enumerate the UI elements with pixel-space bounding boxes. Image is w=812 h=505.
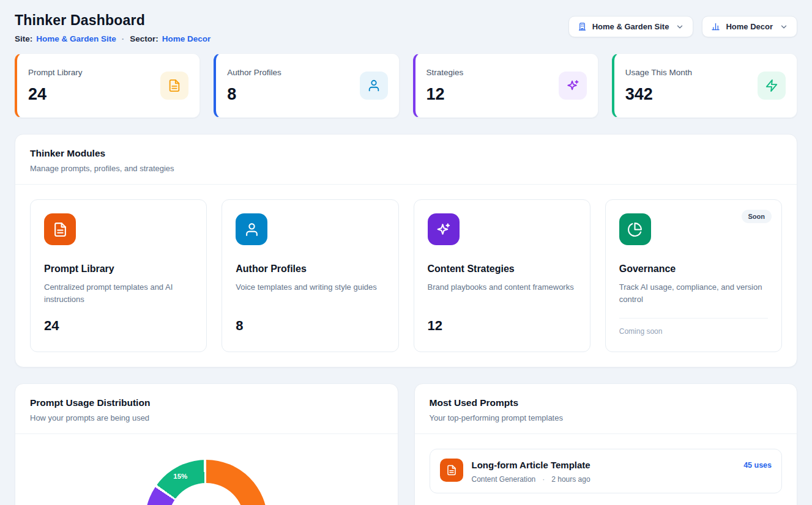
stat-value: 342 <box>625 85 692 104</box>
sector-selector-dropdown[interactable]: Home Decor <box>702 16 797 37</box>
user-icon <box>360 72 388 100</box>
usage-panel-header: Prompt Usage Distribution How your promp… <box>15 384 398 433</box>
header-left: Thinker Dashboard Site: Home & Garden Si… <box>15 12 210 43</box>
module-description: Voice templates and writing style guides <box>236 281 384 306</box>
prompt-list-item[interactable]: Long-form Article Template Content Gener… <box>430 449 783 493</box>
stat-value: 12 <box>426 85 464 104</box>
chevron-down-icon <box>676 23 684 31</box>
modules-panel-header: Thinker Modules Manage prompts, profiles… <box>15 135 797 184</box>
user-icon <box>236 213 267 245</box>
meta-separator: · <box>542 475 545 484</box>
module-title: Author Profiles <box>236 264 384 275</box>
usage-panel-title: Prompt Usage Distribution <box>30 397 383 408</box>
sparkles-icon <box>559 72 587 100</box>
divider <box>619 318 768 319</box>
module-count: 24 <box>44 318 193 334</box>
document-icon <box>44 213 76 245</box>
thinker-modules-panel: Thinker Modules Manage prompts, profiles… <box>15 134 797 367</box>
module-title: Governance <box>619 264 768 275</box>
pie-chart-icon <box>619 213 651 245</box>
dashboard-page: Thinker Dashboard Site: Home & Garden Si… <box>0 0 812 505</box>
module-description: Track AI usage, compliance, and version … <box>619 281 768 306</box>
most-used-prompts-panel: Most Used Prompts Your top-performing pr… <box>414 383 798 505</box>
module-description: Brand playbooks and content frameworks <box>428 281 576 306</box>
document-icon <box>160 72 188 100</box>
breadcrumb: Site: Home & Garden Site · Sector: Home … <box>15 34 210 43</box>
sector-link[interactable]: Home Decor <box>162 34 211 43</box>
page-header: Thinker Dashboard Site: Home & Garden Si… <box>15 12 797 43</box>
module-card-prompt-library[interactable]: Prompt Library Centralized prompt templa… <box>30 199 207 352</box>
donut-chart: 15% <box>145 460 267 505</box>
prompt-meta: Content Generation · 2 hours ago <box>472 475 736 484</box>
stat-card-author-profiles: Author Profiles 8 <box>214 53 399 118</box>
coming-soon-label: Coming soon <box>619 327 768 336</box>
stat-label: Author Profiles <box>227 68 281 77</box>
stat-card-strategies: Strategies 12 <box>413 53 598 118</box>
page-title: Thinker Dashboard <box>15 12 210 29</box>
stat-label: Usage This Month <box>625 68 692 77</box>
prompt-info: Long-form Article Template Content Gener… <box>472 459 736 484</box>
sector-selector-label: Home Decor <box>726 22 773 31</box>
stat-value: 8 <box>227 85 281 104</box>
document-icon <box>440 459 463 482</box>
prompts-panel-subtitle: Your top-performing prompt templates <box>430 413 783 422</box>
module-title: Content Strategies <box>428 264 576 275</box>
header-actions: Home & Garden Site Home Decor <box>568 16 797 37</box>
modules-grid: Prompt Library Centralized prompt templa… <box>15 185 797 367</box>
module-description: Centralized prompt templates and AI inst… <box>44 281 193 306</box>
bar-chart-icon <box>711 22 720 31</box>
soon-badge: Soon <box>742 210 772 223</box>
lightning-icon <box>758 72 786 100</box>
site-label: Site: <box>15 34 32 43</box>
donut-segment-label: 15% <box>173 473 187 480</box>
stats-row: Prompt Library 24 Author Profiles 8 Stra… <box>15 53 797 118</box>
module-card-author-profiles[interactable]: Author Profiles Voice templates and writ… <box>222 199 398 352</box>
modules-title: Thinker Modules <box>30 148 782 159</box>
usage-distribution-panel: Prompt Usage Distribution How your promp… <box>15 383 398 505</box>
stat-card-usage: Usage This Month 342 <box>612 53 797 118</box>
module-card-governance[interactable]: Soon Governance Track AI usage, complian… <box>605 199 782 352</box>
stat-card-prompt-library: Prompt Library 24 <box>15 53 200 118</box>
usage-chart-area: 15% <box>15 434 398 505</box>
prompts-panel-header: Most Used Prompts Your top-performing pr… <box>415 384 797 433</box>
separator-dot: · <box>122 34 125 43</box>
prompt-time: 2 hours ago <box>551 475 590 484</box>
sparkles-icon <box>428 213 460 245</box>
stat-value: 24 <box>28 85 83 104</box>
prompt-title: Long-form Article Template <box>472 460 736 470</box>
chevron-down-icon <box>780 23 788 31</box>
site-link[interactable]: Home & Garden Site <box>36 34 116 43</box>
site-selector-label: Home & Garden Site <box>592 22 669 31</box>
prompt-uses-badge: 45 uses <box>743 461 772 470</box>
site-selector-dropdown[interactable]: Home & Garden Site <box>568 16 694 37</box>
building-icon <box>578 22 587 31</box>
prompt-category: Content Generation <box>472 475 536 484</box>
module-count: 12 <box>428 318 576 334</box>
prompts-panel-title: Most Used Prompts <box>430 397 783 408</box>
usage-panel-subtitle: How your prompts are being used <box>30 413 383 422</box>
module-card-content-strategies[interactable]: Content Strategies Brand playbooks and c… <box>414 199 590 352</box>
module-count: 8 <box>236 318 384 334</box>
prompt-list: Long-form Article Template Content Gener… <box>415 434 797 505</box>
stat-label: Prompt Library <box>28 68 83 77</box>
bottom-row: Prompt Usage Distribution How your promp… <box>15 383 797 505</box>
module-title: Prompt Library <box>44 264 193 275</box>
sector-label: Sector: <box>130 34 158 43</box>
modules-subtitle: Manage prompts, profiles, and strategies <box>30 164 782 173</box>
stat-label: Strategies <box>426 68 464 77</box>
